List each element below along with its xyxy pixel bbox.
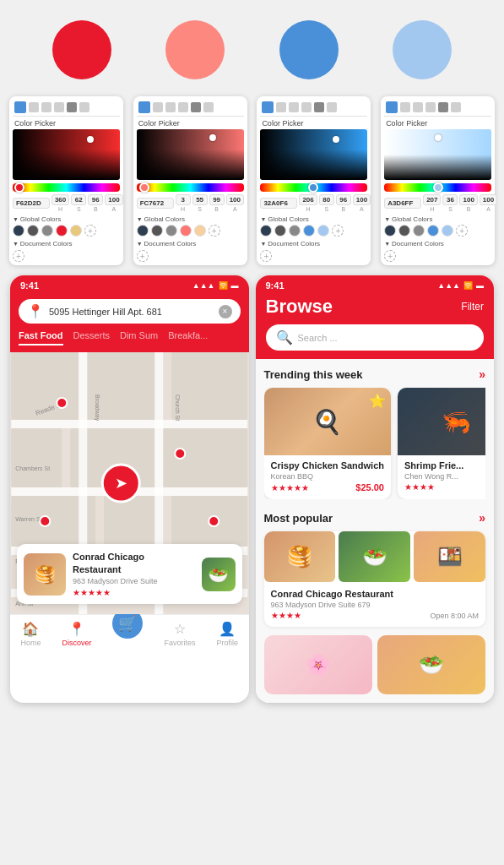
picker-gradient-3[interactable]	[260, 129, 367, 180]
picker-tool-3-2[interactable]	[289, 102, 299, 112]
picker-tool-2[interactable]	[41, 102, 51, 112]
add-swatch-btn-2[interactable]: +	[209, 225, 220, 237]
swatch-3-2[interactable]	[274, 225, 286, 237]
picker-tool-3-1[interactable]	[276, 102, 286, 112]
document-colors-label-3[interactable]: Document Colors	[260, 240, 367, 248]
picker-hue-thumb-2[interactable]	[139, 182, 149, 193]
picker-tool-4-2[interactable]	[413, 102, 423, 112]
picker-hue-bar-2[interactable]	[137, 183, 244, 192]
swatch-2-1[interactable]	[137, 225, 149, 237]
bottom-img-1: 🌸	[264, 635, 372, 694]
swatch-4-5[interactable]	[442, 225, 453, 237]
picker-tool-3[interactable]	[54, 102, 64, 112]
nav-home[interactable]: 🏠 Home	[20, 620, 41, 650]
picker-hue-bar-1[interactable]	[13, 183, 120, 192]
picker-dot-2[interactable]	[209, 134, 216, 141]
picker-tool-4-1[interactable]	[400, 102, 410, 112]
document-colors-label-2[interactable]: Document Colors	[137, 240, 244, 248]
picker-tool-2-1[interactable]	[153, 102, 163, 112]
swatch-2[interactable]	[27, 225, 39, 237]
global-colors-label-2[interactable]: Global Colors	[137, 215, 244, 223]
document-colors-label-1[interactable]: Document Colors	[13, 240, 120, 248]
discover-icon: 📍	[68, 620, 85, 637]
add-document-color-4[interactable]: +	[384, 250, 396, 262]
swatch-3-1[interactable]	[260, 225, 272, 237]
trending-card-2-image: 🦐	[398, 388, 485, 455]
swatch-5[interactable]	[70, 225, 82, 237]
picker-tool-3-4[interactable]	[314, 102, 324, 112]
map-restaurant-card[interactable]: 🥞 Conrad Chicago Restaurant 963 Madyson …	[17, 544, 242, 604]
picker-gradient-1[interactable]	[13, 129, 120, 180]
picker-hex-3[interactable]: 32A0F6	[260, 198, 297, 209]
add-document-color-3[interactable]: +	[260, 250, 272, 262]
trending-more-btn[interactable]: »	[479, 367, 485, 381]
nav-favorites[interactable]: ☆ Favorites	[164, 620, 195, 650]
trending-card-1[interactable]: 🍳 ⭐ Crispy Chicken Sandwich Korean BBQ ★…	[264, 388, 391, 499]
swatch-4-2[interactable]	[398, 225, 410, 237]
add-swatch-btn-3[interactable]: +	[332, 225, 344, 237]
add-document-color-2[interactable]: +	[137, 250, 149, 262]
swatch-3-4[interactable]	[303, 225, 315, 237]
picker-hue-thumb-1[interactable]	[14, 182, 24, 193]
picker-tool-2-5[interactable]	[203, 102, 214, 112]
category-desserts[interactable]: Desserts	[73, 330, 110, 345]
swatch-3-3[interactable]	[289, 225, 301, 237]
swatch-2-5[interactable]	[194, 225, 206, 237]
picker-gradient-4[interactable]	[384, 129, 491, 180]
category-fastfood[interactable]: Fast Food	[19, 330, 63, 345]
swatch-4-1[interactable]	[384, 225, 396, 237]
category-dimsum[interactable]: Dim Sum	[120, 330, 158, 345]
picker-tool-3-3[interactable]	[301, 102, 312, 112]
global-colors-label-4[interactable]: Global Colors	[384, 215, 491, 223]
blue-circle	[279, 20, 339, 79]
picker-h-3: 206 H	[299, 194, 317, 212]
picker-hue-bar-3[interactable]	[260, 183, 367, 192]
swatch-2-2[interactable]	[151, 225, 163, 237]
picker-hex-1[interactable]: F62D2D	[13, 198, 50, 209]
picker-tool-3-5[interactable]	[327, 102, 337, 112]
popular-more-btn[interactable]: »	[479, 511, 485, 525]
global-colors-label-3[interactable]: Global Colors	[260, 215, 367, 223]
search-input-box[interactable]: 📍 5095 Hettinger Hill Apt. 681 ×	[19, 299, 241, 324]
browse-filter-btn[interactable]: Filter	[461, 301, 484, 313]
nav-cart[interactable]: 🛒	[112, 620, 143, 650]
search-clear-btn[interactable]: ×	[219, 305, 232, 318]
swatch-2-4[interactable]	[180, 225, 192, 237]
global-colors-label-1[interactable]: Global Colors	[13, 215, 120, 223]
swatch-4-3[interactable]	[413, 225, 425, 237]
nav-discover[interactable]: 📍 Discover	[62, 620, 91, 650]
picker-tool-2-4[interactable]	[191, 102, 201, 112]
picker-tool-2-2[interactable]	[165, 102, 176, 112]
picker-gradient-2[interactable]	[137, 129, 244, 180]
picker-hue-thumb-4[interactable]	[433, 182, 443, 193]
picker-hue-thumb-3[interactable]	[308, 182, 318, 193]
swatch-4-4[interactable]	[427, 225, 439, 237]
picker-dot-1[interactable]	[87, 136, 94, 143]
swatch-3-5[interactable]	[317, 225, 329, 237]
picker-tool-2-3[interactable]	[178, 102, 188, 112]
add-swatch-btn-1[interactable]: +	[84, 225, 96, 237]
picker-hex-4[interactable]: A3D6FF	[384, 198, 421, 209]
picker-tool-4[interactable]	[67, 102, 77, 112]
document-colors-label-4[interactable]: Document Colors	[384, 240, 491, 248]
picker-hue-bar-4[interactable]	[384, 183, 491, 192]
category-breakfast[interactable]: Breakfa...	[168, 330, 208, 345]
add-swatch-btn-4[interactable]: +	[456, 225, 468, 237]
picker-tool-1[interactable]	[29, 102, 39, 112]
picker-tool-4-3[interactable]	[425, 102, 436, 112]
swatch-4[interactable]	[56, 225, 68, 237]
swatch-2-3[interactable]	[165, 225, 177, 237]
picker-dot-4[interactable]	[435, 134, 442, 141]
swatch-1[interactable]	[13, 225, 24, 237]
popular-item-1[interactable]: 🥞 🥗 🍱 Conrad Chicago Restaurant 963 Mady…	[264, 531, 486, 627]
nav-profile[interactable]: 👤 Profile	[216, 620, 238, 650]
add-document-color-1[interactable]: +	[13, 250, 24, 262]
browse-search-box[interactable]: 🔍 Search ...	[266, 324, 485, 351]
picker-dot-3[interactable]	[333, 136, 339, 143]
picker-tool-5[interactable]	[79, 102, 89, 112]
picker-tool-4-4[interactable]	[438, 102, 448, 112]
picker-tool-4-5[interactable]	[451, 102, 461, 112]
swatch-3[interactable]	[41, 225, 53, 237]
picker-hex-2[interactable]: FC7672	[137, 198, 174, 209]
trending-card-2[interactable]: 🦐 Shrimp Frie... Chen Wong R... ★★★★	[398, 388, 485, 499]
